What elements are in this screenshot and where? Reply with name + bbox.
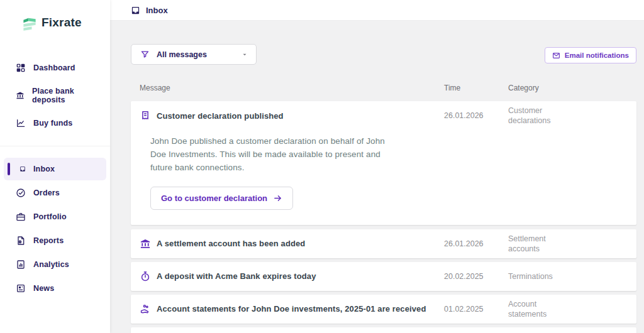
column-category: Category <box>508 84 628 92</box>
message-row[interactable]: A deposit with Acme Bank expires today 2… <box>131 262 636 291</box>
fixrate-logo-icon <box>21 14 38 31</box>
sidebar-item-label: Analytics <box>33 260 69 269</box>
message-time: 26.01.2026 <box>444 239 508 248</box>
message-time: 01.02.2025 <box>444 305 508 314</box>
message-time: 20.02.2025 <box>444 272 508 281</box>
chart-line-icon <box>16 118 26 128</box>
sidebar-item-place-bank-deposits[interactable]: Place bank deposits <box>4 80 106 111</box>
message-body-text: John Doe published a customer declaratio… <box>150 135 397 175</box>
sidebar-item-label: Dashboard <box>33 63 75 72</box>
brand-name: Fixrate <box>42 16 82 30</box>
message-category: Account statements <box>508 299 568 320</box>
filter-funnel-icon <box>140 50 150 59</box>
page-title-label: Inbox <box>146 6 168 15</box>
email-notifications-label: Email notifications <box>565 52 629 59</box>
check-circle-icon <box>16 188 26 198</box>
inbox-icon <box>131 6 140 15</box>
table-header: Message Time Category <box>131 79 636 97</box>
page-header: Inbox <box>110 0 644 21</box>
email-notifications-button[interactable]: Email notifications <box>545 47 636 63</box>
customer-declaration-icon <box>140 110 151 121</box>
message-title: Account statements for John Doe investme… <box>157 304 426 314</box>
sidebar-item-inbox[interactable]: Inbox <box>4 158 106 180</box>
message-expanded-body: John Doe published a customer declaratio… <box>131 130 636 225</box>
sidebar-nav-secondary: Inbox Orders Portfolio <box>0 158 110 301</box>
main-area: Inbox All messages <box>110 0 644 333</box>
message-category: Customer declarations <box>508 106 568 126</box>
message-category: Settlement accounts <box>508 234 568 254</box>
cta-label: Go to customer declaration <box>161 194 267 203</box>
sidebar-item-label: Buy funds <box>33 119 72 128</box>
sidebar-item-orders[interactable]: Orders <box>4 182 106 204</box>
message-row-expanded[interactable]: Customer declaration published 26.01.202… <box>131 101 636 225</box>
sidebar: Fixrate Dashboard Place bank deposits <box>0 0 110 333</box>
email-icon <box>552 52 560 60</box>
sidebar-item-label: Portfolio <box>33 212 67 221</box>
sidebar-item-label: Reports <box>33 236 64 245</box>
inbox-icon <box>16 164 26 174</box>
sidebar-item-label: Inbox <box>33 165 55 173</box>
timer-icon <box>140 271 151 282</box>
filter-selected-value: All messages <box>157 50 234 59</box>
sidebar-item-label: News <box>33 284 54 293</box>
analytics-document-icon <box>16 259 26 270</box>
go-to-customer-declaration-button[interactable]: Go to customer declaration <box>150 187 293 210</box>
newspaper-icon <box>16 283 26 293</box>
sidebar-item-label: Place bank deposits <box>32 87 100 104</box>
sidebar-item-label: Orders <box>33 188 60 197</box>
page-title: Inbox <box>131 6 168 15</box>
column-message: Message <box>140 84 444 92</box>
message-row[interactable]: A settlement account has been added 26.0… <box>131 229 636 258</box>
sidebar-item-portfolio[interactable]: Portfolio <box>4 205 106 228</box>
arrow-right-icon <box>273 194 282 203</box>
sidebar-item-buy-funds[interactable]: Buy funds <box>4 112 106 134</box>
content-area: All messages Email notifications Message… <box>110 21 644 333</box>
brand-logo[interactable]: Fixrate <box>21 14 110 31</box>
message-row[interactable]: Account statements for John Doe investme… <box>131 295 636 324</box>
hand-coins-icon <box>140 303 151 315</box>
message-title: A settlement account has been added <box>157 239 305 248</box>
sidebar-item-news[interactable]: News <box>4 277 106 300</box>
message-category: Terminations <box>508 271 568 281</box>
toolbar: All messages Email notifications <box>131 44 636 65</box>
sidebar-item-dashboard[interactable]: Dashboard <box>4 57 106 79</box>
chevron-down-icon <box>241 51 248 58</box>
dashboard-grid-icon <box>16 63 26 73</box>
report-document-icon <box>16 236 26 246</box>
bank-icon <box>16 90 25 101</box>
column-time: Time <box>444 84 508 92</box>
sidebar-item-analytics[interactable]: Analytics <box>4 253 106 276</box>
message-filter-dropdown[interactable]: All messages <box>131 44 257 65</box>
message-title: Customer declaration published <box>157 111 284 121</box>
sidebar-nav-primary: Dashboard Place bank deposits Buy funds <box>0 57 110 136</box>
message-time: 26.01.2026 <box>444 111 508 120</box>
sidebar-divider <box>0 146 110 146</box>
bank-icon <box>140 238 151 249</box>
sidebar-item-reports[interactable]: Reports <box>4 229 106 252</box>
message-title: A deposit with Acme Bank expires today <box>157 271 316 281</box>
briefcase-icon <box>16 212 26 222</box>
message-row-partial[interactable] <box>131 327 636 333</box>
